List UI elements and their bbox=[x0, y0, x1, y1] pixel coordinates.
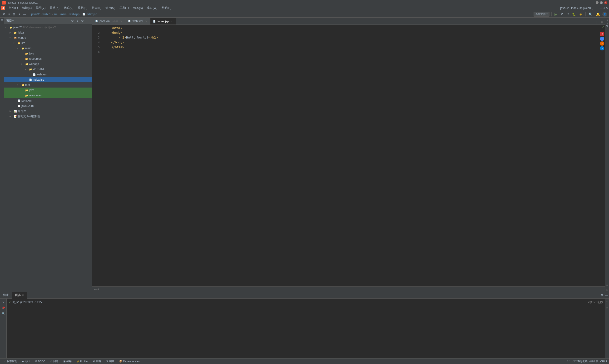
bottom-tab-build[interactable]: 构建: bbox=[0, 292, 12, 299]
tree-item-scratch[interactable]: ▶ 📝 临时文件和控制台 bbox=[4, 114, 92, 119]
tree-item-java-test[interactable]: ▶ 📂 java bbox=[4, 88, 92, 93]
tree-item-resources[interactable]: ▶ 📂 resources bbox=[4, 56, 92, 61]
menu-build[interactable]: 构建(B) bbox=[90, 5, 103, 11]
sync-refresh-icon[interactable]: ↻ bbox=[1, 299, 6, 304]
status-services[interactable]: ⚙ 服务 bbox=[92, 359, 102, 364]
status-version-control[interactable]: ⎇ 版本控制 bbox=[2, 359, 18, 364]
breadcrumb-segment-3[interactable]: main bbox=[60, 13, 67, 16]
breadcrumb-segment-0[interactable]: java02 bbox=[31, 13, 40, 16]
tree-item-web01[interactable]: ▾ 📦 web01 bbox=[4, 35, 92, 40]
run-btn[interactable]: ▶ bbox=[554, 12, 558, 17]
tab-indexjsp[interactable]: 📄 index.jsp ✕ bbox=[150, 18, 176, 25]
menu-tools[interactable]: 工具(T) bbox=[118, 5, 131, 11]
window-controls[interactable]: — □ ✕ bbox=[596, 1, 607, 4]
menu-view[interactable]: 视图(V) bbox=[34, 5, 47, 11]
firefox-browser-icon[interactable]: ● bbox=[600, 41, 604, 46]
status-terminal[interactable]: ▣ 终端 bbox=[62, 359, 73, 364]
sidebar-toggle-icon[interactable]: ☰ bbox=[0, 19, 4, 22]
bottom-right-icon-2[interactable]: ⊟ bbox=[605, 305, 609, 310]
tree-item-java[interactable]: ▶ 📂 java bbox=[4, 51, 92, 56]
tree-item-main[interactable]: ▾ 📁 main bbox=[4, 46, 92, 51]
build-btn[interactable]: ⚒ bbox=[559, 12, 564, 16]
bottom-right-icon-1[interactable]: ≡ bbox=[605, 299, 609, 304]
minimize-button[interactable]: — bbox=[596, 1, 598, 4]
nav-collapse-btn[interactable]: ⊟ bbox=[12, 12, 16, 16]
tab-split-btn[interactable]: ⊞ bbox=[599, 20, 604, 25]
search-everywhere-btn[interactable]: 🔍 bbox=[588, 12, 594, 17]
minimize-icon[interactable]: ─ bbox=[600, 6, 602, 10]
menu-window[interactable]: 窗口(W) bbox=[145, 5, 159, 11]
tree-item-indexjsp[interactable]: ▶ 📄 index.jsp bbox=[4, 77, 92, 82]
tree-item-idea[interactable]: ▶ 📁 .idea bbox=[4, 30, 92, 35]
nav-settings-btn[interactable]: ⚙ bbox=[2, 12, 6, 16]
close-icon[interactable]: ✕ bbox=[606, 6, 608, 10]
panel-gear-btn[interactable]: ⚙ bbox=[80, 19, 84, 23]
menu-code[interactable]: 代码(C) bbox=[62, 5, 75, 11]
menu-run[interactable]: 运行(U) bbox=[104, 5, 117, 11]
maven-panel-label[interactable]: Maven bbox=[605, 19, 609, 28]
current-file-btn[interactable]: 当前文件 ▾ bbox=[534, 12, 550, 17]
bottom-tab-sync[interactable]: 同步 ✕ bbox=[12, 292, 27, 299]
breadcrumb-segment-2[interactable]: src bbox=[54, 13, 58, 16]
tab-close-pom[interactable]: ✕ bbox=[119, 20, 123, 23]
status-dependencies[interactable]: 📦 Dependencies bbox=[118, 360, 141, 363]
debug-btn[interactable]: 🐛 bbox=[571, 12, 577, 16]
bottom-tab-sync-close[interactable]: ✕ bbox=[22, 294, 24, 297]
sync-pin-icon[interactable]: 📌 bbox=[1, 305, 6, 310]
menu-refactor[interactable]: 重构(R) bbox=[76, 5, 90, 11]
right-sidebar-btn-2[interactable]: ⊟ bbox=[605, 288, 609, 292]
profile-btn[interactable]: ⚡ bbox=[578, 12, 583, 16]
tree-item-java02[interactable]: ▾ 📁 java02 D:\Codes\maven\project\java02 bbox=[4, 25, 92, 30]
close-button[interactable]: ✕ bbox=[604, 1, 607, 4]
tab-pom[interactable]: 📄 pom.xml web01 ✕ bbox=[92, 18, 125, 25]
breadcrumb-segment-5[interactable]: 📄 index.jsp bbox=[82, 13, 97, 16]
menu-navigate[interactable]: 导航(N) bbox=[48, 5, 61, 11]
status-encoding[interactable]: CDSN@初级大神让学 bbox=[573, 360, 598, 363]
edge-browser-icon[interactable]: ● bbox=[600, 46, 604, 51]
bottom-panel-minimize-btn[interactable]: — bbox=[604, 293, 609, 297]
tab-close-indexjsp[interactable]: ✕ bbox=[170, 20, 173, 23]
nav-gear-btn[interactable]: ✦ bbox=[17, 12, 21, 16]
tree-item-test[interactable]: ▾ 📁 test bbox=[4, 82, 92, 88]
tree-item-webinf[interactable]: ▶ 📁 WEB-INF bbox=[4, 67, 92, 72]
menu-edit[interactable]: 编辑(E) bbox=[20, 5, 34, 11]
panel-collapse-btn[interactable]: — bbox=[86, 19, 90, 23]
tab-more-btn[interactable]: ⋮ bbox=[594, 20, 598, 25]
breadcrumb-segment-1[interactable]: web01 bbox=[42, 13, 51, 16]
tree-item-external-libs[interactable]: ▶ 📊 外部库 bbox=[4, 108, 92, 114]
status-problems[interactable]: ⚠ 问题 bbox=[49, 359, 59, 364]
tree-item-pomxml[interactable]: ▶ 📄 pom.xml bbox=[4, 98, 92, 103]
nav-expand-btn[interactable]: ≡ bbox=[7, 12, 11, 16]
tab-close-webxml[interactable]: ✕ bbox=[145, 20, 148, 23]
status-line-sep[interactable]: CRLF bbox=[600, 360, 607, 363]
code-content[interactable]: <html> <body> <h2>Hello World!</h2> </bo… bbox=[102, 25, 598, 286]
panel-settings-btn[interactable]: ⚙ bbox=[70, 19, 75, 23]
tree-item-src[interactable]: ▾ 📁 src bbox=[4, 40, 92, 46]
code-editor[interactable]: 1 2 3 4 5 6 <html> <body> <h2>Hello Worl… bbox=[92, 25, 598, 286]
chrome-browser-icon[interactable]: ● bbox=[600, 37, 604, 41]
panel-title-dropdown[interactable]: 项目 ▾ bbox=[6, 19, 13, 23]
right-sidebar-btn-1[interactable]: ≡ bbox=[605, 284, 609, 287]
breadcrumb-segment-4[interactable]: webapp bbox=[69, 13, 79, 16]
tree-item-webxml-sub[interactable]: ▶ 📄 web.xml bbox=[4, 72, 92, 77]
tree-item-java02iml[interactable]: ▶ 📋 java02.iml bbox=[4, 103, 92, 108]
intellij-browser-icon[interactable]: J bbox=[600, 32, 604, 36]
avatar-btn[interactable]: 👤 bbox=[602, 12, 607, 17]
nav-minimize-btn[interactable]: — bbox=[22, 12, 27, 16]
panel-list-btn[interactable]: ≡ bbox=[76, 19, 79, 23]
tab-webxml[interactable]: 📄 web.xml ✕ bbox=[125, 18, 150, 25]
notifications-btn[interactable]: 🔔 bbox=[595, 12, 601, 17]
tree-item-resources-test[interactable]: ▶ 📂 resources bbox=[4, 93, 92, 98]
maximize-button[interactable]: □ bbox=[600, 1, 603, 4]
bottom-panel-settings-btn[interactable]: ⚙ bbox=[600, 293, 604, 297]
menu-help[interactable]: 帮助(H) bbox=[160, 5, 173, 11]
status-profiler[interactable]: ⚡ Profiler bbox=[75, 360, 90, 363]
menu-vcs[interactable]: VCS(S) bbox=[131, 6, 145, 10]
status-todo[interactable]: ☑ TODO bbox=[34, 360, 46, 363]
sync-search-icon[interactable]: 🔍 bbox=[1, 311, 6, 316]
status-build[interactable]: ⚒ 构建 bbox=[105, 359, 115, 364]
rebuild-btn[interactable]: ↺ bbox=[566, 12, 570, 16]
restore-icon[interactable]: □ bbox=[603, 6, 605, 10]
menu-file[interactable]: 文件(F) bbox=[7, 5, 20, 11]
status-run[interactable]: ▶ 运行 bbox=[21, 359, 31, 364]
